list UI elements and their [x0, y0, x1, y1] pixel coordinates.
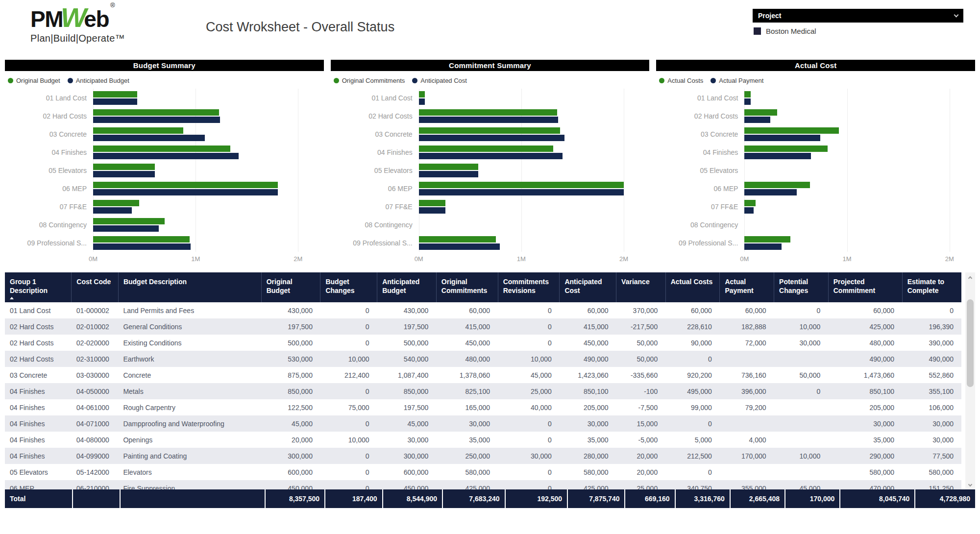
- bar-actual-payment[interactable]: [744, 117, 770, 123]
- bar-original-budget[interactable]: [93, 164, 155, 170]
- table-row[interactable]: 02 Hard Costs02-010002General Conditions…: [5, 318, 961, 335]
- column-header-projected-commitment[interactable]: Projected Commitment: [828, 272, 902, 302]
- bar-actual-payment[interactable]: [744, 207, 754, 214]
- column-header-commitments-revisions[interactable]: Commitments Revisions: [498, 272, 560, 302]
- bar-anticipated-cost[interactable]: [419, 189, 624, 195]
- bar-original-budget[interactable]: [93, 109, 219, 116]
- bar-anticipated-budget[interactable]: [93, 153, 239, 159]
- bar-anticipated-cost[interactable]: [419, 98, 425, 105]
- column-header-estimate-to-complete[interactable]: Estimate to Complete: [902, 272, 961, 302]
- legend-item-actual-costs[interactable]: Actual Costs: [659, 77, 703, 84]
- bar-original-budget[interactable]: [93, 127, 183, 134]
- cell: 920,200: [665, 367, 720, 383]
- bar-original-commitments[interactable]: [419, 127, 561, 134]
- project-option-boston-medical[interactable]: Boston Medical: [754, 27, 963, 35]
- bar-original-budget[interactable]: [93, 182, 278, 188]
- scroll-up-arrow[interactable]: [965, 272, 975, 281]
- vertical-scrollbar[interactable]: [965, 272, 975, 489]
- bar-actual-costs[interactable]: [744, 200, 756, 206]
- checkbox-icon[interactable]: [754, 27, 761, 35]
- bar-anticipated-cost[interactable]: [419, 153, 563, 159]
- bar-anticipated-cost[interactable]: [419, 207, 445, 214]
- bar-original-budget[interactable]: [93, 236, 190, 243]
- column-header-variance[interactable]: Variance: [616, 272, 666, 302]
- bar-actual-costs[interactable]: [744, 109, 777, 116]
- bar-anticipated-budget[interactable]: [93, 243, 191, 250]
- column-header-original-commitments[interactable]: Original Commitments: [436, 272, 498, 302]
- column-header-anticipated-cost[interactable]: Anticipated Cost: [560, 272, 616, 302]
- bar-original-commitments[interactable]: [419, 146, 553, 152]
- cell: 04 Finishes: [5, 415, 72, 432]
- scroll-down-arrow[interactable]: [965, 481, 975, 489]
- project-dropdown[interactable]: Project: [753, 9, 963, 23]
- column-header-original-budget[interactable]: Original Budget: [261, 272, 320, 302]
- bar-actual-payment[interactable]: [744, 243, 781, 250]
- bar-anticipated-budget[interactable]: [93, 189, 278, 195]
- table-row[interactable]: 04 Finishes04-050000Metals850,0000850,00…: [5, 383, 961, 399]
- bar-actual-costs[interactable]: [744, 127, 838, 134]
- table-row[interactable]: 02 Hard Costs02-310000Earthwork530,00010…: [5, 351, 961, 367]
- table-row[interactable]: 04 Finishes04-080000Openings20,00010,000…: [5, 432, 961, 448]
- bar-actual-payment[interactable]: [744, 153, 811, 159]
- bar-original-commitments[interactable]: [419, 182, 624, 188]
- bar-anticipated-cost[interactable]: [419, 243, 500, 250]
- cell: 300,000: [377, 448, 437, 464]
- bar-original-commitments[interactable]: [419, 91, 425, 97]
- bar-anticipated-budget[interactable]: [93, 225, 159, 232]
- bar-actual-payment[interactable]: [744, 98, 751, 105]
- column-header-budget-description[interactable]: Budget Description: [118, 272, 261, 302]
- bar-anticipated-budget[interactable]: [93, 117, 220, 123]
- cell: 495,000: [665, 383, 720, 399]
- table-row[interactable]: 06 MEP06-210000Fire Suppression450,00004…: [5, 480, 961, 489]
- legend-item-anticipated-cost[interactable]: Anticipated Cost: [412, 77, 467, 84]
- bar-original-budget[interactable]: [93, 146, 230, 152]
- logo-tagline: Plan|Build|Operate™: [30, 33, 125, 44]
- scrollbar-thumb[interactable]: [967, 299, 974, 387]
- table-row[interactable]: 02 Hard Costs02-020000Existing Condition…: [5, 335, 961, 351]
- bar-original-commitments[interactable]: [419, 109, 557, 116]
- bar-anticipated-budget[interactable]: [93, 207, 132, 214]
- bar-original-budget[interactable]: [93, 91, 137, 97]
- table-row[interactable]: 04 Finishes04-061000Rough Carpentry122,5…: [5, 399, 961, 415]
- column-header-budget-changes[interactable]: Budget Changes: [320, 272, 377, 302]
- column-header-anticipated-budget[interactable]: Anticipated Budget: [377, 272, 437, 302]
- cell: 290,000: [828, 448, 902, 464]
- column-header-actual-costs[interactable]: Actual Costs: [665, 272, 720, 302]
- bar-anticipated-budget[interactable]: [93, 135, 205, 141]
- bar-anticipated-budget[interactable]: [93, 98, 137, 105]
- scrollbar-track[interactable]: [965, 281, 975, 481]
- legend-item-anticipated-budget[interactable]: Anticipated Budget: [68, 77, 129, 84]
- table-row[interactable]: 05 Elevators05-142000Elevators600,000060…: [5, 464, 961, 480]
- column-header-actual-payment[interactable]: Actual Payment: [720, 272, 774, 302]
- bar-group: [93, 143, 324, 161]
- table-row[interactable]: 03 Concrete03-030000Concrete875,000212,4…: [5, 367, 961, 383]
- table-row[interactable]: 04 Finishes04-071000Dampproofing and Wat…: [5, 415, 961, 432]
- legend-item-original-budget[interactable]: Original Budget: [8, 77, 60, 84]
- bar-original-commitments[interactable]: [419, 236, 496, 243]
- bar-original-budget[interactable]: [93, 200, 139, 206]
- legend-item-actual-payment[interactable]: Actual Payment: [710, 77, 763, 84]
- cell: 0: [320, 335, 377, 351]
- bar-original-commitments[interactable]: [419, 164, 478, 170]
- bar-actual-costs[interactable]: [744, 182, 810, 188]
- cell: Openings: [118, 432, 261, 448]
- axis-tick-label: 0M: [89, 255, 98, 263]
- bar-anticipated-budget[interactable]: [93, 171, 155, 177]
- chart-title: Commitment Summary: [449, 61, 531, 70]
- bar-original-commitments[interactable]: [419, 200, 445, 206]
- legend-item-original-commitments[interactable]: Original Commitments: [334, 77, 405, 84]
- table-row[interactable]: 01 Land Cost01-000002Land Permits and Fe…: [5, 302, 961, 318]
- bar-anticipated-cost[interactable]: [419, 135, 564, 141]
- bar-actual-payment[interactable]: [744, 189, 797, 195]
- table-row[interactable]: 04 Finishes04-099000Painting and Coating…: [5, 448, 961, 464]
- bar-original-budget[interactable]: [93, 218, 165, 224]
- bar-actual-costs[interactable]: [744, 146, 827, 152]
- bar-actual-costs[interactable]: [744, 91, 751, 97]
- bar-anticipated-cost[interactable]: [419, 171, 478, 177]
- column-header-potential-changes[interactable]: Potential Changes: [774, 272, 829, 302]
- bar-actual-payment[interactable]: [744, 135, 820, 141]
- column-header-cost-code[interactable]: Cost Code: [72, 272, 119, 302]
- bar-actual-costs[interactable]: [744, 236, 790, 243]
- bar-anticipated-cost[interactable]: [419, 117, 558, 123]
- column-header-group-1-description[interactable]: Group 1 Description: [5, 272, 72, 302]
